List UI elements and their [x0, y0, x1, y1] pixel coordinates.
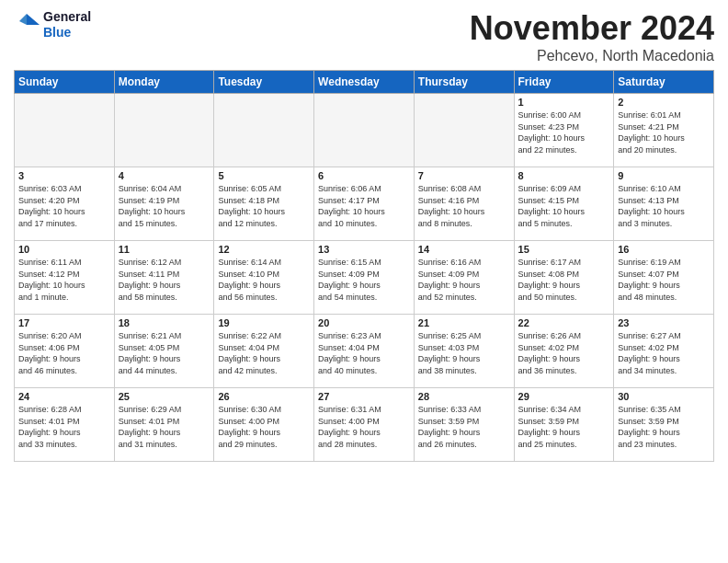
day-number: 10 [18, 244, 110, 255]
day-number: 25 [119, 391, 210, 402]
day-number: 18 [119, 317, 210, 328]
calendar-day-cell: 13Sunrise: 6:15 AM Sunset: 4:09 PM Dayli… [314, 241, 415, 315]
calendar-day-cell [314, 94, 415, 167]
calendar-day-cell: 12Sunrise: 6:14 AM Sunset: 4:10 PM Dayli… [214, 241, 314, 315]
day-number: 20 [318, 317, 410, 328]
day-info: Sunrise: 6:20 AM Sunset: 4:06 PM Dayligh… [18, 330, 110, 376]
day-number: 27 [318, 391, 410, 402]
day-number: 3 [18, 170, 110, 181]
title-block: November 2024 Pehcevo, North Macedonia [470, 9, 714, 64]
day-info: Sunrise: 6:19 AM Sunset: 4:07 PM Dayligh… [618, 257, 710, 303]
calendar-day-cell: 28Sunrise: 6:33 AM Sunset: 3:59 PM Dayli… [414, 388, 514, 462]
day-info: Sunrise: 6:04 AM Sunset: 4:19 PM Dayligh… [119, 183, 210, 229]
calendar-day-cell: 23Sunrise: 6:27 AM Sunset: 4:02 PM Dayli… [614, 315, 714, 388]
page-container: General Blue November 2024 Pehcevo, Nort… [0, 0, 728, 471]
day-info: Sunrise: 6:00 AM Sunset: 4:23 PM Dayligh… [518, 109, 610, 155]
day-number: 16 [618, 244, 710, 255]
calendar-day-cell [114, 94, 214, 167]
day-number: 23 [618, 317, 710, 328]
day-number: 29 [518, 391, 610, 402]
day-number: 15 [518, 244, 610, 255]
logo-blue: Blue [43, 25, 91, 40]
day-info: Sunrise: 6:09 AM Sunset: 4:15 PM Dayligh… [518, 183, 610, 229]
month-title: November 2024 [470, 9, 714, 48]
calendar-day-cell: 19Sunrise: 6:22 AM Sunset: 4:04 PM Dayli… [214, 315, 314, 388]
day-info: Sunrise: 6:31 AM Sunset: 4:00 PM Dayligh… [318, 404, 410, 450]
day-info: Sunrise: 6:25 AM Sunset: 4:03 PM Dayligh… [418, 330, 510, 376]
day-info: Sunrise: 6:15 AM Sunset: 4:09 PM Dayligh… [318, 257, 410, 303]
calendar-day-cell [414, 94, 514, 167]
calendar-day-cell [15, 94, 115, 167]
day-number: 17 [18, 317, 110, 328]
day-info: Sunrise: 6:16 AM Sunset: 4:09 PM Dayligh… [418, 257, 510, 303]
calendar-day-cell: 21Sunrise: 6:25 AM Sunset: 4:03 PM Dayli… [414, 315, 514, 388]
calendar-day-cell: 15Sunrise: 6:17 AM Sunset: 4:08 PM Dayli… [514, 241, 614, 315]
weekday-header: Friday [514, 71, 614, 94]
calendar-day-cell: 29Sunrise: 6:34 AM Sunset: 3:59 PM Dayli… [514, 388, 614, 462]
calendar-day-cell: 10Sunrise: 6:11 AM Sunset: 4:12 PM Dayli… [15, 241, 115, 315]
calendar-day-cell: 11Sunrise: 6:12 AM Sunset: 4:11 PM Dayli… [114, 241, 214, 315]
day-info: Sunrise: 6:14 AM Sunset: 4:10 PM Dayligh… [218, 257, 310, 303]
day-number: 4 [119, 170, 210, 181]
calendar-day-cell: 26Sunrise: 6:30 AM Sunset: 4:00 PM Dayli… [214, 388, 314, 462]
weekday-header: Wednesday [314, 71, 415, 94]
day-info: Sunrise: 6:23 AM Sunset: 4:04 PM Dayligh… [318, 330, 410, 376]
day-number: 6 [318, 170, 410, 181]
day-info: Sunrise: 6:33 AM Sunset: 3:59 PM Dayligh… [418, 404, 510, 450]
calendar-day-cell [214, 94, 314, 167]
day-number: 1 [518, 97, 610, 108]
calendar-week-row: 17Sunrise: 6:20 AM Sunset: 4:06 PM Dayli… [15, 315, 714, 388]
day-info: Sunrise: 6:03 AM Sunset: 4:20 PM Dayligh… [18, 183, 110, 229]
day-info: Sunrise: 6:34 AM Sunset: 3:59 PM Dayligh… [518, 404, 610, 450]
day-number: 30 [618, 391, 710, 402]
day-info: Sunrise: 6:01 AM Sunset: 4:21 PM Dayligh… [618, 109, 710, 155]
calendar-day-cell: 30Sunrise: 6:35 AM Sunset: 3:59 PM Dayli… [614, 388, 714, 462]
calendar-day-cell: 27Sunrise: 6:31 AM Sunset: 4:00 PM Dayli… [314, 388, 415, 462]
day-info: Sunrise: 6:05 AM Sunset: 4:18 PM Dayligh… [218, 183, 310, 229]
day-info: Sunrise: 6:26 AM Sunset: 4:02 PM Dayligh… [518, 330, 610, 376]
weekday-header: Thursday [414, 71, 514, 94]
calendar-day-cell: 4Sunrise: 6:04 AM Sunset: 4:19 PM Daylig… [114, 167, 214, 241]
day-info: Sunrise: 6:22 AM Sunset: 4:04 PM Dayligh… [218, 330, 310, 376]
location: Pehcevo, North Macedonia [470, 48, 714, 64]
weekday-header: Monday [114, 71, 214, 94]
calendar-day-cell: 7Sunrise: 6:08 AM Sunset: 4:16 PM Daylig… [414, 167, 514, 241]
calendar-day-cell: 9Sunrise: 6:10 AM Sunset: 4:13 PM Daylig… [614, 167, 714, 241]
calendar-day-cell: 22Sunrise: 6:26 AM Sunset: 4:02 PM Dayli… [514, 315, 614, 388]
weekday-header: Tuesday [214, 71, 314, 94]
calendar-day-cell: 3Sunrise: 6:03 AM Sunset: 4:20 PM Daylig… [15, 167, 115, 241]
day-info: Sunrise: 6:06 AM Sunset: 4:17 PM Dayligh… [318, 183, 410, 229]
calendar-table: SundayMondayTuesdayWednesdayThursdayFrid… [14, 70, 714, 462]
day-number: 26 [218, 391, 310, 402]
day-info: Sunrise: 6:21 AM Sunset: 4:05 PM Dayligh… [119, 330, 210, 376]
day-info: Sunrise: 6:12 AM Sunset: 4:11 PM Dayligh… [119, 257, 210, 303]
day-info: Sunrise: 6:35 AM Sunset: 3:59 PM Dayligh… [618, 404, 710, 450]
day-number: 21 [418, 317, 510, 328]
weekday-header: Saturday [614, 71, 714, 94]
day-number: 8 [518, 170, 610, 181]
day-number: 2 [618, 97, 710, 108]
calendar-day-cell: 5Sunrise: 6:05 AM Sunset: 4:18 PM Daylig… [214, 167, 314, 241]
calendar-day-cell: 16Sunrise: 6:19 AM Sunset: 4:07 PM Dayli… [614, 241, 714, 315]
day-number: 19 [218, 317, 310, 328]
calendar-day-cell: 6Sunrise: 6:06 AM Sunset: 4:17 PM Daylig… [314, 167, 415, 241]
calendar-day-cell: 1Sunrise: 6:00 AM Sunset: 4:23 PM Daylig… [514, 94, 614, 167]
calendar-day-cell: 8Sunrise: 6:09 AM Sunset: 4:15 PM Daylig… [514, 167, 614, 241]
day-info: Sunrise: 6:11 AM Sunset: 4:12 PM Dayligh… [18, 257, 110, 303]
calendar-day-cell: 18Sunrise: 6:21 AM Sunset: 4:05 PM Dayli… [114, 315, 214, 388]
day-info: Sunrise: 6:28 AM Sunset: 4:01 PM Dayligh… [18, 404, 110, 450]
day-info: Sunrise: 6:30 AM Sunset: 4:00 PM Dayligh… [218, 404, 310, 450]
logo: General Blue [14, 9, 91, 40]
day-number: 7 [418, 170, 510, 181]
calendar-week-row: 1Sunrise: 6:00 AM Sunset: 4:23 PM Daylig… [15, 94, 714, 167]
day-number: 5 [218, 170, 310, 181]
day-number: 13 [318, 244, 410, 255]
day-info: Sunrise: 6:27 AM Sunset: 4:02 PM Dayligh… [618, 330, 710, 376]
calendar-day-cell: 20Sunrise: 6:23 AM Sunset: 4:04 PM Dayli… [314, 315, 415, 388]
weekday-header: Sunday [15, 71, 115, 94]
logo-bird-icon [14, 12, 40, 38]
calendar-day-cell: 2Sunrise: 6:01 AM Sunset: 4:21 PM Daylig… [614, 94, 714, 167]
calendar-week-row: 10Sunrise: 6:11 AM Sunset: 4:12 PM Dayli… [15, 241, 714, 315]
svg-marker-1 [19, 14, 27, 25]
weekday-header-row: SundayMondayTuesdayWednesdayThursdayFrid… [15, 71, 714, 94]
